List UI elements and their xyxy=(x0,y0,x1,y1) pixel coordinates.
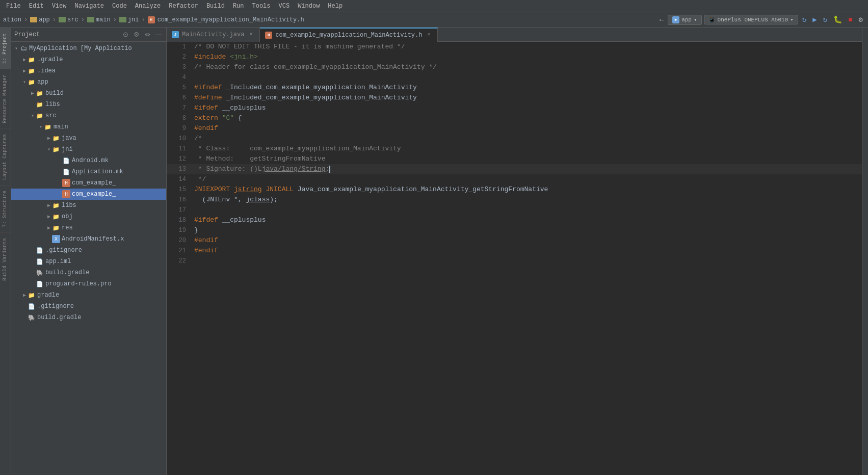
menu-build[interactable]: Build xyxy=(202,0,229,12)
tree-item-java[interactable]: ▶ 📁 java xyxy=(11,133,166,144)
tab-resource-manager[interactable]: Resource Manager xyxy=(0,69,11,128)
panel-minimize-btn[interactable]: — xyxy=(154,31,163,38)
tree-item-build-gradle-root[interactable]: 🐘 build.gradle xyxy=(11,312,166,323)
folder-app-icon xyxy=(30,17,37,22)
menu-analyze[interactable]: Analyze xyxy=(131,0,165,12)
tree-item-gitignore-root[interactable]: 📄 .gitignore xyxy=(11,301,166,312)
tree-item-libs-main[interactable]: ▶ 📁 libs xyxy=(11,200,166,211)
stop-icon[interactable]: ■ xyxy=(846,15,854,25)
tab-layout-captures[interactable]: Layout Captures xyxy=(0,128,11,185)
menu-vcs[interactable]: VCS xyxy=(275,0,294,12)
tree-item-build[interactable]: ▶ 📁 build xyxy=(11,88,166,99)
tab-build-variants[interactable]: Build Variants xyxy=(0,232,11,286)
tree-item-manifest[interactable]: X AndroidManifest.x xyxy=(11,233,166,245)
right-panel: J MainActivity.java × H com_example_myap… xyxy=(167,28,862,475)
tree-item-src[interactable]: ▾ 📁 src xyxy=(11,110,166,121)
expand-arrow: ▶ xyxy=(46,135,52,141)
code-line-15: 15 JNIEXPORT jstring JNICALL Java_com_ex… xyxy=(167,184,862,195)
tab-mainactivity-java[interactable]: J MainActivity.java × xyxy=(167,28,260,42)
code-line-22: 22 xyxy=(167,256,862,266)
tree-item-idea[interactable]: ▶ 📁 .idea xyxy=(11,65,166,76)
tree-item-proguard[interactable]: 📄 proguard-rules.pro xyxy=(11,278,166,289)
run-icon[interactable]: ▶ xyxy=(810,14,819,25)
java-tab-icon: J xyxy=(172,31,179,38)
file-h-icon: H xyxy=(148,16,155,23)
breadcrumb-main[interactable]: main xyxy=(96,16,111,23)
tab-close-java[interactable]: × xyxy=(247,31,254,38)
tree-item-h-file1[interactable]: H com_example_ xyxy=(11,177,166,189)
code-line-13: 13 * Signature: ()Ljava/lang/String; xyxy=(167,164,862,174)
tree-item-app[interactable]: ▾ 📁 app xyxy=(11,76,166,88)
menu-code[interactable]: Code xyxy=(108,0,131,12)
code-line-19: 19 } xyxy=(167,225,862,235)
code-line-11: 11 * Class: com_example_myapplication_Ma… xyxy=(167,144,862,154)
code-line-7: 7 #ifdef __cplusplus xyxy=(167,103,862,113)
tree-item-main[interactable]: ▾ 📁 main xyxy=(11,121,166,133)
tab-project[interactable]: 1: Project xyxy=(0,28,11,69)
tree-item-jni[interactable]: ▾ 📁 jni xyxy=(11,144,166,155)
folder-jni-icon: 📁 xyxy=(52,145,60,153)
breadcrumb-file[interactable]: com_example_myapplication_MainActivity.h xyxy=(157,16,304,23)
code-line-6: 6 #define _Included_com_example_myapplic… xyxy=(167,93,862,103)
menu-run[interactable]: Run xyxy=(229,0,248,12)
breadcrumb-app[interactable]: app xyxy=(39,16,50,23)
tree-item-gradle-hidden[interactable]: ▶ 📁 .gradle xyxy=(11,54,166,65)
tab-label-h: com_example_myapplication_MainActivity.h xyxy=(275,32,422,39)
menu-refactor[interactable]: Refactor xyxy=(165,0,202,12)
breadcrumb-src[interactable]: src xyxy=(67,16,78,23)
panel-scope-btn[interactable]: ⊙ xyxy=(122,31,129,38)
menu-view[interactable]: View xyxy=(48,0,71,12)
folder-gradle-icon: 📁 xyxy=(28,291,36,299)
panel-settings-btn[interactable]: ⚙ xyxy=(133,31,141,38)
file-git-icon: 📄 xyxy=(36,246,44,254)
code-line-3: 3 /* Header for class com_example_myappl… xyxy=(167,62,862,72)
code-editor[interactable]: 1 /* DO NOT EDIT THIS FILE - it is machi… xyxy=(167,42,862,475)
arrow-back-icon[interactable]: ← xyxy=(657,15,666,25)
code-line-17: 17 xyxy=(167,205,862,215)
tree-item-libs-top[interactable]: 📁 libs xyxy=(11,99,166,110)
code-line-5: 5 #ifndef _Included_com_example_myapplic… xyxy=(167,83,862,93)
menu-file[interactable]: File xyxy=(2,0,25,12)
tree-item-android-mk[interactable]: 📄 Android.mk xyxy=(11,155,166,166)
expand-arrow: ▶ xyxy=(46,225,52,231)
tree-item-app-iml[interactable]: 📄 app.iml xyxy=(11,256,166,267)
panel-expand-btn[interactable]: ⇔ xyxy=(144,31,151,38)
debug-icon[interactable]: 🐛 xyxy=(831,14,844,25)
tree-item-application-mk[interactable]: 📄 Application.mk xyxy=(11,166,166,177)
tree-item-build-gradle-app[interactable]: 🐘 build.gradle xyxy=(11,267,166,278)
tree-item-obj[interactable]: ▶ 📁 obj xyxy=(11,211,166,222)
tab-h-file[interactable]: H com_example_myapplication_MainActivity… xyxy=(260,28,438,42)
menu-help[interactable]: Help xyxy=(324,0,347,12)
expand-arrow: ▶ xyxy=(46,214,52,220)
menu-window[interactable]: Window xyxy=(294,0,324,12)
folder-main-icon: 📁 xyxy=(44,123,52,131)
folder-obj-icon: 📁 xyxy=(52,213,60,221)
code-line-16: 16 (JNIEnv *, jclass); xyxy=(167,195,862,205)
breadcrumb-jni[interactable]: jni xyxy=(128,16,139,23)
expand-arrow: ▾ xyxy=(30,113,36,119)
tree-item-gradle-top[interactable]: ▶ 📁 gradle xyxy=(11,289,166,301)
folder-main-icon xyxy=(87,17,94,22)
tree-item-h-file2[interactable]: H com_example_ xyxy=(11,189,166,200)
tree-item-gitignore-app[interactable]: 📄 .gitignore xyxy=(11,245,166,256)
run-config-dropdown[interactable]: ▶ app ▾ xyxy=(668,15,701,25)
code-line-12: 12 * Method: getStringFromNative xyxy=(167,154,862,164)
file-mk-icon2: 📄 xyxy=(62,168,70,176)
sync-icon[interactable]: ↻ xyxy=(800,14,808,25)
tab-close-h[interactable]: × xyxy=(425,32,432,39)
menu-navigate[interactable]: Navigate xyxy=(70,0,108,12)
tree-item-myapplication[interactable]: ▾ 🗂 MyApplication [My Applicatio xyxy=(11,43,166,54)
breadcrumb-ation[interactable]: ation xyxy=(3,16,21,23)
device-dropdown[interactable]: 📱 OnePlus ONEPLUS A5010 ▾ xyxy=(704,15,798,24)
expand-arrow: ▾ xyxy=(38,124,44,130)
tree-item-res[interactable]: ▶ 📁 res xyxy=(11,222,166,233)
right-tabs-panel xyxy=(862,28,868,475)
menu-edit[interactable]: Edit xyxy=(25,0,48,12)
folder-jni-icon xyxy=(119,17,126,22)
more-tools-icon[interactable]: ⚙ xyxy=(857,14,865,25)
rerun-icon[interactable]: ↻ xyxy=(821,14,829,25)
expand-arrow: ▶ xyxy=(21,57,28,63)
tab-structure[interactable]: 7: Structure xyxy=(0,185,11,232)
code-line-18: 18 #ifdef __cplusplus xyxy=(167,215,862,225)
menu-tools[interactable]: Tools xyxy=(248,0,275,12)
